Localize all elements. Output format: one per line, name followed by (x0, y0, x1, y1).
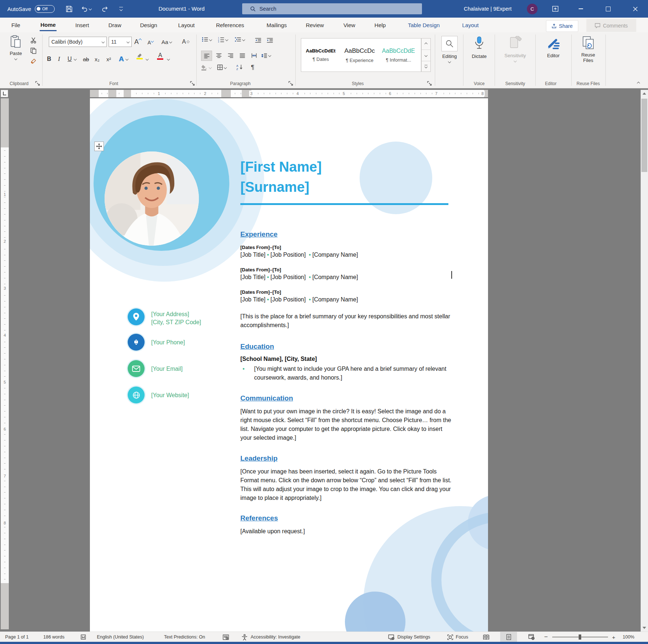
styles-scroll-up-icon[interactable] (422, 39, 430, 50)
experience-heading[interactable]: Experience (240, 230, 277, 238)
page-indicator[interactable]: Page 1 of 1 (5, 632, 29, 642)
experience-dates[interactable]: [Dates From]–[To] (240, 289, 281, 295)
tab-references[interactable]: References (216, 18, 244, 32)
borders-button[interactable] (217, 65, 226, 70)
highlight-dropdown-icon[interactable] (146, 54, 148, 65)
accessibility-status[interactable]: Accessibility: Investigate (251, 632, 300, 642)
text-effects-button[interactable]: A (119, 54, 128, 65)
website-text[interactable]: [Your Website] (151, 391, 189, 399)
highlight-color-button[interactable] (136, 53, 143, 59)
experience-dates[interactable]: [Dates From]–[To] (240, 267, 281, 272)
print-layout-icon[interactable] (500, 632, 517, 642)
strikethrough-button[interactable]: ab (83, 54, 89, 65)
clear-formatting-button[interactable]: A (182, 37, 190, 47)
sort-button[interactable]: AZ (236, 64, 243, 70)
zoom-slider-thumb[interactable] (579, 634, 581, 640)
decrease-indent-icon[interactable] (253, 36, 263, 45)
undo-button[interactable] (78, 0, 95, 18)
scroll-down-icon[interactable] (641, 624, 648, 632)
horizontal-ruler[interactable]: 1 2 3 4 5 6 7 8 (90, 90, 488, 97)
style-dates[interactable]: AaBbCcDdEt ¶ Dates (301, 40, 340, 70)
dictate-button[interactable]: Dictate (465, 36, 493, 59)
tab-view[interactable]: View (343, 18, 355, 32)
web-layout-icon[interactable] (528, 632, 535, 642)
language-indicator[interactable]: English (United States) (97, 632, 144, 642)
comments-button[interactable]: Comments (586, 19, 636, 32)
zoom-in-icon[interactable]: + (612, 632, 615, 642)
scroll-up-icon[interactable] (641, 90, 648, 97)
clipboard-launcher-icon[interactable] (35, 81, 40, 86)
location-icon[interactable] (128, 308, 145, 325)
education-school[interactable]: [School Name], [City, State] (240, 356, 317, 362)
tab-table-design[interactable]: Table Design (408, 18, 440, 32)
tab-insert[interactable]: Insert (75, 18, 89, 32)
close-icon[interactable] (627, 0, 644, 18)
minimize-icon[interactable] (572, 0, 589, 18)
text-predictions[interactable]: Text Predictions: On (164, 632, 205, 642)
tab-help[interactable]: Help (375, 18, 386, 32)
style-information[interactable]: AaBbCcDdE ¶ Informat... (379, 40, 418, 70)
ribbon-display-options-icon[interactable] (547, 0, 564, 18)
styles-scroll-down-icon[interactable] (422, 50, 430, 61)
shrink-font-button[interactable]: A (148, 37, 153, 48)
tab-layout[interactable]: Layout (178, 18, 194, 32)
read-mode-icon[interactable] (483, 632, 489, 642)
styles-launcher-icon[interactable] (427, 81, 432, 86)
maximize-icon[interactable] (600, 0, 616, 18)
shading-button[interactable] (201, 65, 211, 70)
text-predictions-icon[interactable] (223, 632, 229, 642)
proofing-icon[interactable] (80, 632, 86, 642)
zoom-level[interactable]: 100% (623, 632, 634, 642)
website-icon[interactable] (128, 387, 145, 403)
collapse-ribbon-icon[interactable] (633, 79, 644, 87)
paste-button[interactable]: Paste (6, 35, 26, 60)
profile-photo[interactable] (105, 151, 199, 246)
tab-review[interactable]: Review (306, 18, 324, 32)
experience-jobline[interactable]: [Job Title]•[Job Position] •[Company Nam… (240, 296, 358, 303)
cut-icon[interactable] (28, 36, 39, 45)
scrollbar-thumb[interactable] (641, 99, 647, 172)
word-count[interactable]: 186 words (43, 632, 65, 642)
save-icon[interactable] (61, 0, 77, 18)
reuse-files-button[interactable]: Reuse Files (574, 36, 603, 63)
experience-dates[interactable]: [Dates From]–[To] (240, 245, 281, 250)
sensitivity-button[interactable]: Sensitivity (497, 36, 534, 62)
experience-jobline[interactable]: [Job Title]•[Job Position] •[Company Nam… (240, 274, 358, 281)
references-heading[interactable]: References (240, 514, 278, 522)
phone-icon[interactable] (128, 334, 145, 351)
display-settings[interactable]: Display Settings (388, 632, 430, 642)
address-text[interactable]: [Your Address] [City, ST ZIP Code] (151, 310, 201, 326)
grow-font-button[interactable]: A (134, 37, 141, 47)
share-button[interactable]: Share (546, 20, 578, 32)
account-name[interactable]: Chalaivate | 9Expert (464, 0, 512, 18)
align-center-button[interactable] (214, 51, 224, 60)
leadership-heading[interactable]: Leadership (240, 454, 277, 462)
bold-button[interactable]: B (47, 54, 51, 65)
tab-home[interactable]: Home (40, 18, 57, 32)
format-painter-icon[interactable] (28, 56, 39, 65)
tab-mailings[interactable]: Mailings (266, 18, 287, 32)
line-spacing-button[interactable] (261, 51, 271, 60)
subscript-button[interactable]: x₂ (95, 54, 99, 65)
education-bullet-item[interactable]: • [You might want to include your GPA he… (241, 365, 452, 382)
tab-file[interactable]: File (11, 18, 20, 32)
focus-mode[interactable]: Focus (447, 632, 468, 642)
communication-body[interactable]: [Want to put your own image in the circl… (240, 407, 452, 442)
font-size-select[interactable]: 11 (109, 37, 132, 47)
customize-quick-access-button[interactable] (114, 0, 128, 18)
multilevel-list-button[interactable] (235, 37, 245, 42)
tab-draw[interactable]: Draw (108, 18, 121, 32)
increase-indent-icon[interactable] (265, 36, 274, 45)
email-icon[interactable] (128, 360, 145, 377)
vertical-ruler[interactable]: 1 2 3 4 5 6 7 8 (1, 98, 9, 629)
distributed-button[interactable] (249, 51, 259, 60)
document-page[interactable]: [First Name] [Surname] Experience [Dates… (90, 98, 488, 632)
name-heading[interactable]: [First Name] [Surname] (240, 157, 322, 197)
autosave-toggle[interactable]: Off (35, 5, 55, 13)
zoom-out-icon[interactable]: − (544, 632, 548, 642)
show-paragraph-marks-button[interactable]: ¶ (251, 64, 254, 71)
phone-text[interactable]: [Your Phone] (151, 339, 185, 347)
experience-jobline[interactable]: [Job Title]•[Job Position] •[Company Nam… (240, 252, 358, 258)
align-left-button[interactable] (201, 51, 212, 61)
redo-button[interactable] (97, 0, 113, 18)
